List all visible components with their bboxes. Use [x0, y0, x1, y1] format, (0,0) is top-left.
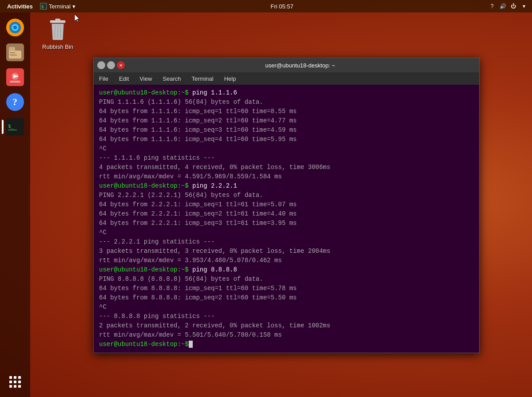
svg-text:?: ? — [12, 96, 17, 107]
svg-rect-21 — [50, 20, 66, 23]
svg-point-5 — [13, 26, 17, 29]
sidebar-item-firefox[interactable] — [4, 17, 26, 38]
svg-rect-20 — [55, 19, 60, 20]
terminal-window: ─ □ ✕ user@ubuntu18-desktop: ~ File Edit… — [93, 58, 480, 353]
desktop: Activities $ Terminal ▾ Fri 05:57 ? 🔊 ⏻ … — [0, 0, 532, 397]
topbar: Activities $ Terminal ▾ Fri 05:57 ? 🔊 ⏻ … — [0, 0, 532, 12]
svg-line-22 — [55, 24, 55, 38]
power-icon[interactable]: ⏻ — [510, 3, 517, 10]
terminal-menu-search[interactable]: Search — [161, 75, 183, 83]
power-dropdown-icon[interactable]: ▾ — [520, 3, 528, 10]
sidebar: ? $_ — [0, 12, 30, 397]
rubbish-bin-icon — [46, 18, 70, 42]
svg-rect-14 — [10, 81, 20, 83]
activities-button[interactable]: Activities — [4, 3, 36, 10]
terminal-menu-help[interactable]: Help — [222, 75, 238, 83]
terminal-cursor — [189, 341, 193, 348]
window-minimize-button[interactable]: ─ — [97, 61, 105, 69]
svg-text:$_: $_ — [8, 123, 14, 129]
terminal-app-label: Terminal — [49, 3, 71, 10]
terminal-dropdown-arrow: ▾ — [72, 3, 75, 10]
terminal-body[interactable]: user@ubuntu18-desktop:~$ ping 1.1.1.6 PI… — [94, 85, 479, 353]
terminal-menu-terminal[interactable]: Terminal — [190, 75, 215, 83]
terminal-app-menu[interactable]: $ Terminal ▾ — [40, 3, 75, 10]
svg-marker-25 — [75, 14, 79, 22]
svg-rect-19 — [8, 130, 17, 130]
terminal-menu-edit[interactable]: Edit — [117, 75, 131, 83]
terminal-titlebar: ─ □ ✕ user@ubuntu18-desktop: ~ — [94, 58, 479, 72]
terminal-window-title: user@ubuntu18-desktop: ~ — [125, 62, 476, 69]
sidebar-item-terminal[interactable]: $_ — [4, 116, 26, 138]
rubbish-bin-label: Rubbish Bin — [42, 43, 73, 50]
svg-rect-10 — [10, 55, 17, 55]
svg-text:$: $ — [41, 4, 44, 9]
sidebar-item-show-applications[interactable] — [4, 371, 26, 393]
help-icon[interactable]: ? — [488, 3, 496, 10]
window-controls: ─ □ ✕ — [97, 61, 125, 69]
window-maximize-button[interactable]: □ — [107, 61, 115, 69]
topbar-time: Fri 05:57 — [270, 3, 293, 10]
apps-grid-icon — [9, 376, 21, 388]
rubbish-bin-desktop-icon[interactable]: Rubbish Bin — [42, 18, 73, 50]
sidebar-item-files[interactable] — [4, 42, 26, 63]
volume-icon[interactable]: 🔊 — [499, 3, 506, 10]
terminal-menu-file[interactable]: File — [97, 75, 110, 83]
sidebar-item-help[interactable]: ? — [4, 91, 26, 113]
window-close-button[interactable]: ✕ — [117, 61, 125, 69]
mouse-cursor — [75, 14, 80, 22]
svg-line-24 — [60, 24, 61, 38]
svg-rect-9 — [10, 52, 15, 53]
terminal-menubar: File Edit View Search Terminal Help — [94, 72, 479, 85]
terminal-app-icon: $ — [40, 3, 47, 10]
terminal-menu-view[interactable]: View — [138, 75, 154, 83]
sidebar-item-software-center[interactable] — [4, 67, 26, 88]
